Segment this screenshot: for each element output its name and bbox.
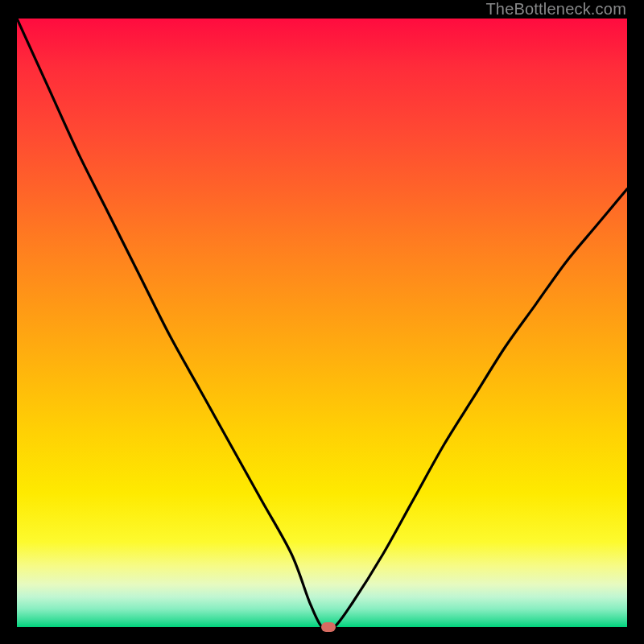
minimum-marker xyxy=(321,622,336,632)
bottleneck-curve xyxy=(17,19,627,627)
watermark-text: TheBottleneck.com xyxy=(485,0,626,19)
chart-frame: TheBottleneck.com xyxy=(0,0,644,644)
plot-area xyxy=(17,19,627,627)
